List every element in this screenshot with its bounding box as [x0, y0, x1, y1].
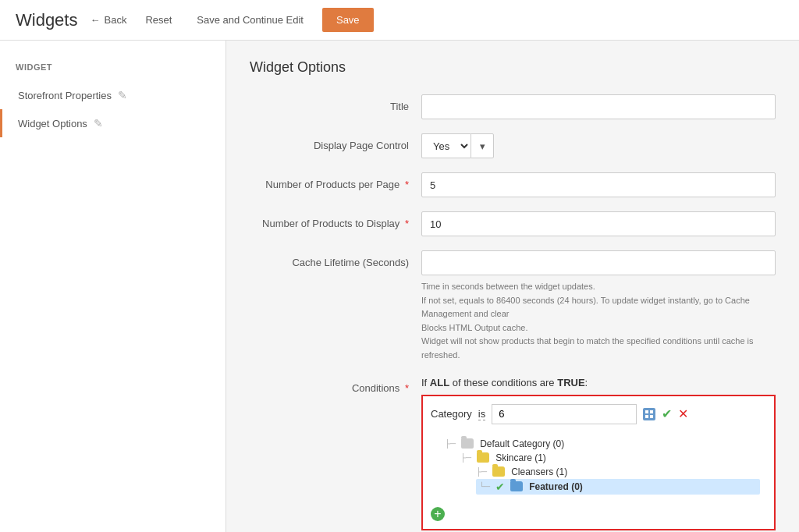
save-button[interactable]: Save [322, 8, 374, 32]
edit-icon: ✎ [94, 117, 103, 129]
products-per-page-label: Number of Products per Page * [250, 172, 421, 192]
conditions-row: Conditions * If ALL of these conditions … [250, 377, 776, 530]
page-body: WIDGET Storefront Properties ✎ Widget Op… [0, 41, 799, 532]
products-to-display-row: Number of Products to Display * [250, 211, 776, 236]
cache-lifetime-row: Cache Lifetime (Seconds) Time in seconds… [250, 250, 776, 363]
reset-button[interactable]: Reset [139, 11, 178, 29]
title-label: Title [250, 94, 421, 114]
sidebar: WIDGET Storefront Properties ✎ Widget Op… [0, 41, 226, 532]
conditions-box: Category is ✔ [421, 395, 776, 530]
display-page-control-wrap: Yes No ▾ [421, 133, 776, 158]
page-header: Widgets ← Back Reset Save and Continue E… [0, 0, 799, 41]
select-dropdown-button[interactable]: ▾ [471, 133, 494, 158]
folder-icon [492, 466, 505, 477]
required-star: * [405, 382, 409, 394]
tree-check-icon: ✔ [495, 481, 505, 493]
products-per-page-control-wrap [421, 172, 776, 197]
condition-grid-icon[interactable] [643, 408, 655, 420]
edit-icon: ✎ [118, 89, 127, 101]
cache-lifetime-label: Cache Lifetime (Seconds) [250, 250, 421, 270]
condition-op[interactable]: is [478, 408, 485, 420]
sidebar-item-storefront-properties[interactable]: Storefront Properties ✎ [0, 81, 225, 109]
tree-item-selected: └─ ✔ Featured (0) [476, 479, 760, 495]
save-continue-button[interactable]: Save and Continue Edit [190, 11, 310, 29]
svg-rect-3 [650, 415, 653, 418]
required-star: * [405, 179, 409, 190]
tree-item: ├─ Skincare (1) [460, 451, 760, 465]
conditions-label: Conditions [352, 382, 400, 394]
conditions-content: If ALL of these conditions are TRUE: Cat… [421, 377, 776, 530]
sidebar-heading: WIDGET [0, 56, 225, 81]
cache-note: Time in seconds between the widget updat… [421, 280, 776, 363]
condition-accept-icon[interactable]: ✔ [662, 406, 672, 421]
chevron-down-icon: ▾ [480, 140, 485, 152]
category-tree: ├─ Default Category (0) ├─ [431, 431, 766, 501]
condition-item-row: Category is ✔ [431, 404, 766, 424]
display-page-control-select[interactable]: Yes No [421, 133, 471, 158]
sidebar-item-widget-options[interactable]: Widget Options ✎ [0, 109, 225, 137]
condition-delete-icon[interactable]: ✕ [678, 406, 688, 421]
tree-item: ├─ Default Category (0) [445, 437, 760, 451]
condition-key: Category [431, 408, 472, 420]
display-page-control-row: Display Page Control Yes No ▾ [250, 133, 776, 158]
cache-lifetime-input[interactable] [421, 250, 776, 275]
products-to-display-label: Number of Products to Display * [250, 211, 421, 231]
condition-value-input[interactable] [492, 404, 637, 424]
products-per-page-input[interactable] [421, 172, 776, 197]
page-title: Widgets [16, 10, 77, 30]
title-control-wrap [421, 94, 776, 119]
display-page-control-label: Display Page Control [250, 133, 421, 153]
conditions-intro-text: If ALL of these conditions are TRUE: [421, 377, 776, 388]
tree-item: ├─ Cleansers (1) [476, 465, 760, 479]
products-to-display-input[interactable] [421, 211, 776, 236]
required-star: * [405, 218, 409, 229]
products-to-display-control-wrap [421, 211, 776, 236]
folder-icon [461, 438, 474, 449]
section-title: Widget Options [250, 59, 776, 76]
add-condition-button[interactable]: + [431, 507, 445, 521]
folder-icon [477, 452, 489, 463]
products-per-page-row: Number of Products per Page * [250, 172, 776, 197]
svg-rect-0 [645, 410, 648, 413]
conditions-label-wrap: Conditions * [250, 377, 421, 394]
sidebar-item-label: Storefront Properties [18, 90, 112, 101]
cache-lifetime-control-wrap: Time in seconds between the widget updat… [421, 250, 776, 363]
sidebar-item-label: Widget Options [18, 118, 87, 129]
svg-rect-1 [650, 410, 653, 413]
svg-rect-2 [645, 415, 648, 418]
title-field-row: Title [250, 94, 776, 119]
arrow-left-icon: ← [90, 14, 100, 26]
folder-icon-blue [510, 481, 523, 491]
title-input[interactable] [421, 94, 776, 119]
main-content: Widget Options Title Display Page Contro… [226, 41, 799, 532]
back-button[interactable]: ← Back [90, 14, 126, 26]
